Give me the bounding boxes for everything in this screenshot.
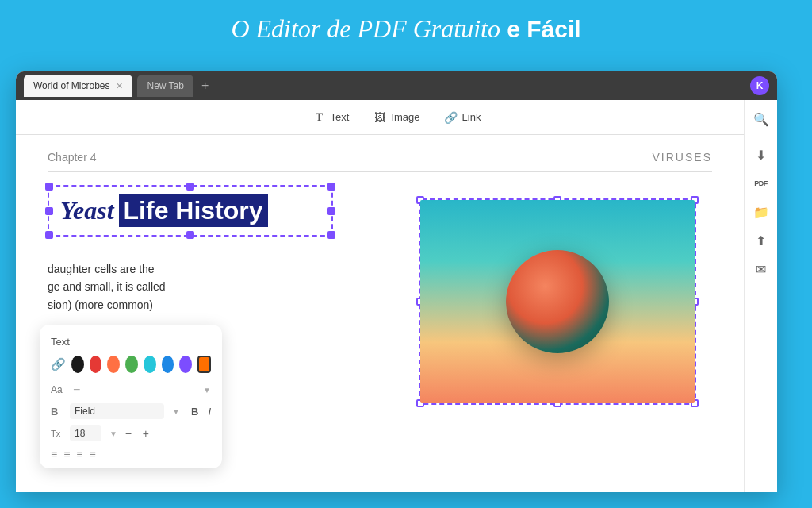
mail-sidebar-button[interactable]: ✉ bbox=[749, 256, 774, 282]
align-center-button[interactable]: ≡ bbox=[63, 448, 70, 460]
chapter-label: Chapter 4 bbox=[48, 151, 96, 164]
color-orange[interactable] bbox=[107, 356, 120, 373]
body-text: daughter cells are the ge and small, it … bbox=[48, 260, 396, 314]
page-header: Chapter 4 VIRUSES bbox=[48, 151, 712, 172]
handle-bl[interactable] bbox=[45, 231, 53, 239]
viruses-label: VIRUSES bbox=[653, 151, 712, 164]
handle-tr[interactable] bbox=[327, 183, 335, 190]
link-btn-label: Link bbox=[462, 111, 481, 123]
tab-new-tab[interactable]: New Tab bbox=[137, 75, 193, 97]
handle-br[interactable] bbox=[327, 231, 335, 239]
font-size-dropdown-arrow[interactable]: ▼ bbox=[203, 386, 211, 394]
link-tool-button[interactable]: 🔗 Link bbox=[444, 110, 481, 125]
sphere-background bbox=[420, 200, 695, 403]
font-size-minus[interactable]: − bbox=[73, 383, 80, 397]
sphere-graphic bbox=[506, 250, 609, 353]
italic-button[interactable]: I bbox=[208, 406, 211, 418]
title-highlight-part: Life History bbox=[119, 194, 268, 227]
tab-label: World of Microbes bbox=[33, 80, 109, 91]
search-sidebar-button[interactable]: 🔍 bbox=[749, 106, 774, 132]
bold-field-row: B Field ▼ B I bbox=[51, 403, 211, 419]
size-decrease-button[interactable]: − bbox=[122, 427, 135, 440]
align-right-button[interactable]: ≡ bbox=[76, 448, 82, 460]
tab-world-of-microbes[interactable]: World of Microbes ✕ bbox=[24, 75, 132, 97]
size-row: Tx 18 ▼ − + bbox=[51, 425, 211, 441]
color-amber[interactable] bbox=[197, 356, 211, 373]
header-text: O Editor de PDF Gratuito e Fácil bbox=[231, 14, 580, 43]
header-italic: O Editor de PDF Gratuito bbox=[231, 14, 500, 43]
handle-bm[interactable] bbox=[186, 231, 194, 239]
field-dropdown-arrow[interactable]: ▼ bbox=[172, 407, 180, 416]
align-justify-button[interactable]: ≡ bbox=[90, 448, 96, 460]
browser-titlebar: World of Microbes ✕ New Tab + K bbox=[16, 71, 777, 100]
color-red[interactable] bbox=[90, 356, 102, 373]
folder-sidebar-button[interactable]: 📁 bbox=[749, 199, 774, 225]
avatar: K bbox=[750, 76, 769, 95]
download-sidebar-button[interactable]: ⬇ bbox=[749, 142, 774, 167]
handle-lm[interactable] bbox=[45, 207, 53, 215]
size-dropdown-arrow[interactable]: ▼ bbox=[109, 429, 117, 438]
color-green[interactable] bbox=[125, 356, 138, 373]
align-left-button[interactable]: ≡ bbox=[51, 448, 57, 460]
image-tool-button[interactable]: 🖼 Image bbox=[373, 110, 419, 125]
color-row: 🔗 bbox=[51, 356, 211, 373]
app-header: O Editor de PDF Gratuito e Fácil bbox=[0, 0, 812, 55]
share-sidebar-button[interactable]: ⬆ bbox=[749, 228, 774, 253]
bold-label[interactable]: B bbox=[51, 406, 65, 418]
new-tab-button[interactable]: + bbox=[201, 79, 209, 93]
right-sidebar: 🔍 ⬇ PDF 📁 ⬆ ✉ bbox=[744, 100, 777, 492]
color-black[interactable] bbox=[71, 356, 84, 373]
text-toolbar-title: Text bbox=[51, 336, 211, 348]
handle-tm[interactable] bbox=[186, 183, 194, 190]
tab-close-icon[interactable]: ✕ bbox=[116, 81, 123, 91]
body-line-2: ge and small, it is called bbox=[48, 278, 396, 295]
font-size-row: Aa − ▼ bbox=[51, 383, 211, 397]
title-italic-part: Yeast bbox=[60, 196, 114, 225]
font-size-label: Aa bbox=[51, 384, 65, 395]
color-teal[interactable] bbox=[144, 356, 156, 373]
handle-rm[interactable] bbox=[327, 207, 335, 215]
image-icon: 🖼 bbox=[373, 110, 387, 125]
link-icon: 🔗 bbox=[444, 110, 458, 125]
pdf-sidebar-button[interactable]: PDF bbox=[749, 171, 774, 196]
content-area: Chapter 4 VIRUSES Yeast Life History dau… bbox=[16, 135, 744, 492]
size-label: Tx bbox=[51, 429, 65, 438]
image-selection-box[interactable] bbox=[419, 198, 696, 405]
size-input[interactable]: 18 bbox=[70, 425, 102, 441]
browser-window: World of Microbes ✕ New Tab + K 𝐓 Text 🖼… bbox=[16, 71, 777, 492]
size-increase-button[interactable]: + bbox=[140, 427, 152, 440]
browser-toolbar: 𝐓 Text 🖼 Image 🔗 Link bbox=[16, 100, 777, 135]
tab-label-2: New Tab bbox=[147, 80, 183, 91]
text-btn-label: Text bbox=[331, 111, 350, 123]
link-style-icon[interactable]: 🔗 bbox=[51, 356, 66, 373]
field-select[interactable]: Field bbox=[70, 403, 164, 419]
body-line-1: daughter cells are the bbox=[48, 260, 396, 278]
sphere-image bbox=[420, 200, 695, 403]
text-tool-button[interactable]: 𝐓 Text bbox=[312, 110, 350, 125]
align-row: ≡ ≡ ≡ ≡ bbox=[51, 448, 211, 460]
color-purple[interactable] bbox=[179, 356, 192, 373]
sidebar-divider-1 bbox=[752, 137, 771, 137]
header-normal: e Fácil bbox=[500, 16, 581, 42]
page-title: Yeast Life History bbox=[60, 194, 320, 227]
handle-tl[interactable] bbox=[45, 183, 53, 190]
color-blue[interactable] bbox=[162, 356, 174, 373]
title-selection-box[interactable]: Yeast Life History bbox=[48, 185, 333, 237]
text-toolbar-panel: Text 🔗 Aa − ▼ B Fiel bbox=[40, 325, 222, 468]
image-btn-label: Image bbox=[391, 111, 419, 123]
text-icon: 𝐓 bbox=[312, 110, 327, 125]
body-line-3: sion) (more common) bbox=[48, 296, 396, 314]
bold-button[interactable]: B bbox=[191, 406, 198, 418]
